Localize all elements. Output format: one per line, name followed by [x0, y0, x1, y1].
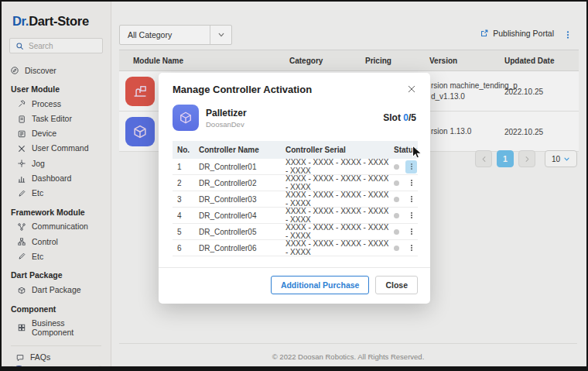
controller-status-cell: [389, 209, 418, 222]
controller-name: DR_Controller05: [194, 228, 281, 236]
row-kebab-menu[interactable]: [405, 225, 417, 239]
close-icon[interactable]: [405, 83, 418, 95]
controller-table: No. Controller Name Controller Serial St…: [173, 141, 418, 256]
modal-module-summary: Palletizer DoosanDev Slot 0/5: [159, 102, 430, 131]
controller-no: 2: [173, 179, 194, 187]
controller-no: 1: [173, 163, 194, 171]
status-dot: [394, 246, 399, 251]
controller-row: 3DR_Controller03XXXX - XXXX - XXXX - XXX…: [173, 191, 418, 208]
status-dot: [394, 213, 399, 218]
slot-counter: Slot 0/5: [383, 112, 416, 123]
controller-serial: XXXX - XXXX - XXXX - XXXX - XXXX: [281, 207, 389, 224]
controller-row: 5DR_Controller05XXXX - XXXX - XXXX - XXX…: [173, 224, 418, 240]
col-controller-name: Controller Name: [194, 141, 281, 159]
controller-no: 3: [173, 195, 194, 204]
controller-status-cell: [389, 193, 418, 206]
status-dot: [394, 197, 399, 202]
app-window: Dr.Dart-Store DiscoverUser ModuleProcess…: [0, 0, 588, 371]
controller-serial: XXXX - XXXX - XXXX - XXXX - XXXX: [281, 174, 389, 191]
status-dot: [394, 164, 399, 170]
controller-no: 4: [173, 211, 194, 220]
controller-status-cell: [389, 177, 418, 190]
controller-name: DR_Controller06: [194, 244, 281, 252]
controller-row: 2DR_Controller02XXXX - XXXX - XXXX - XXX…: [173, 175, 418, 191]
controller-status-cell: [389, 225, 418, 239]
controller-no: 5: [173, 228, 194, 236]
controller-table-header: No. Controller Name Controller Serial St…: [173, 141, 418, 159]
controller-no: 6: [173, 244, 194, 252]
status-dot: [394, 180, 399, 186]
status-dot: [394, 229, 399, 235]
module-name: Palletizer: [206, 108, 383, 119]
manage-controller-activation-modal: Manage Controller Activation Palletizer …: [159, 73, 430, 304]
modal-footer: Additional Purchase Close: [159, 267, 430, 304]
slot-label: Slot: [383, 112, 401, 123]
module-developer: DoosanDev: [206, 120, 383, 129]
controller-row: 6DR_Controller06XXXX - XXXX - XXXX - XXX…: [173, 240, 418, 256]
controller-serial: XXXX - XXXX - XXXX - XXXX - XXXX: [281, 239, 389, 256]
slot-total: /5: [409, 112, 416, 123]
controller-status-cell: [389, 242, 418, 255]
controller-name: DR_Controller02: [194, 179, 281, 187]
slot-used: 0: [403, 112, 409, 123]
controller-name: DR_Controller04: [194, 211, 281, 220]
controller-serial: XXXX - XXXX - XXXX - XXXX - XXXX: [281, 223, 389, 240]
row-kebab-menu[interactable]: [405, 160, 417, 173]
row-kebab-menu[interactable]: [405, 242, 417, 255]
cube-icon: [173, 105, 199, 131]
controller-name: DR_Controller01: [194, 163, 281, 171]
controller-row: 4DR_Controller04XXXX - XXXX - XXXX - XXX…: [173, 208, 418, 224]
controller-serial: XXXX - XXXX - XXXX - XXXX - XXXX: [281, 158, 389, 175]
controller-row: 1DR_Controller01XXXX - XXXX - XXXX - XXX…: [173, 159, 418, 175]
controller-serial: XXXX - XXXX - XXXX - XXXX - XXXX: [281, 191, 389, 208]
additional-purchase-button[interactable]: Additional Purchase: [271, 276, 370, 294]
col-no: No.: [173, 141, 194, 159]
row-kebab-menu[interactable]: [405, 193, 417, 206]
modal-title: Manage Controller Activation: [173, 84, 312, 95]
controller-name: DR_Controller03: [194, 195, 281, 204]
col-status: Status: [389, 141, 418, 159]
row-kebab-menu[interactable]: [405, 177, 417, 190]
col-controller-serial: Controller Serial: [281, 141, 389, 159]
row-kebab-menu[interactable]: [405, 209, 417, 222]
close-button[interactable]: Close: [375, 276, 418, 294]
controller-status-cell: [389, 160, 418, 173]
